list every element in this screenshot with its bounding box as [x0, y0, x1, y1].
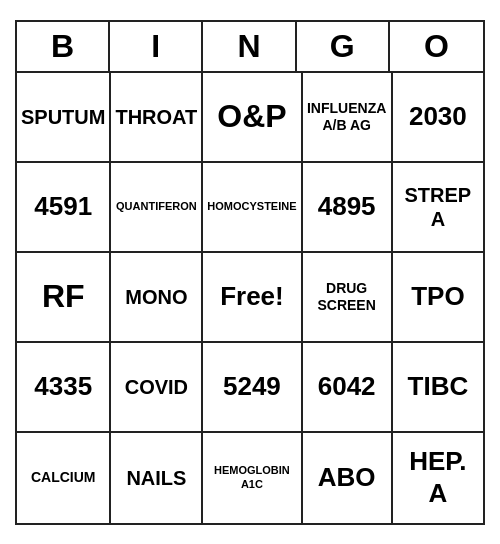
bingo-header-cell: N [203, 22, 296, 71]
bingo-header-cell: I [110, 22, 203, 71]
bingo-cell: DRUGSCREEN [303, 253, 393, 343]
cell-label: DRUGSCREEN [317, 280, 375, 314]
bingo-cell: TPO [393, 253, 483, 343]
cell-label: TIBC [408, 371, 469, 402]
cell-label: 5249 [223, 371, 281, 402]
bingo-cell: HEP.A [393, 433, 483, 523]
cell-label: 4335 [34, 371, 92, 402]
cell-label: NAILS [126, 466, 186, 490]
bingo-cell: 6042 [303, 343, 393, 433]
bingo-cell: NAILS [111, 433, 203, 523]
cell-label: HEMOGLOBINA1C [214, 464, 290, 490]
bingo-cell: STREPA [393, 163, 483, 253]
cell-label: 6042 [318, 371, 376, 402]
bingo-header: BINGO [17, 22, 483, 73]
bingo-cell: SPUTUM [17, 73, 111, 163]
bingo-cell: COVID [111, 343, 203, 433]
bingo-cell: Free! [203, 253, 302, 343]
cell-label: 2030 [409, 101, 467, 132]
cell-label: TPO [411, 281, 464, 312]
cell-label: MONO [125, 285, 187, 309]
bingo-cell: RF [17, 253, 111, 343]
bingo-header-cell: B [17, 22, 110, 71]
cell-label: SPUTUM [21, 105, 105, 129]
bingo-cell: TIBC [393, 343, 483, 433]
cell-label: THROAT [115, 105, 197, 129]
cell-label: O&P [217, 97, 286, 135]
bingo-cell: THROAT [111, 73, 203, 163]
cell-label: STREPA [405, 183, 472, 231]
bingo-cell: O&P [203, 73, 302, 163]
cell-label: HOMOCYSTEINE [207, 200, 296, 213]
cell-label: ABO [318, 462, 376, 493]
cell-label: 4895 [318, 191, 376, 222]
bingo-header-cell: O [390, 22, 483, 71]
cell-label: RF [42, 277, 85, 315]
bingo-cell: CALCIUM [17, 433, 111, 523]
bingo-cell: 4335 [17, 343, 111, 433]
bingo-cell: MONO [111, 253, 203, 343]
bingo-cell: 4591 [17, 163, 111, 253]
cell-label: COVID [125, 375, 188, 399]
cell-label: Free! [220, 281, 284, 312]
bingo-cell: 5249 [203, 343, 302, 433]
bingo-cell: 2030 [393, 73, 483, 163]
bingo-board: BINGO SPUTUMTHROATO&PINFLUENZAA/B AG2030… [15, 20, 485, 525]
bingo-cell: HEMOGLOBINA1C [203, 433, 302, 523]
cell-label: CALCIUM [31, 469, 96, 486]
cell-label: 4591 [34, 191, 92, 222]
cell-label: HEP.A [409, 446, 466, 508]
cell-label: INFLUENZAA/B AG [307, 100, 386, 134]
bingo-cell: QUANTIFERON [111, 163, 203, 253]
bingo-grid: SPUTUMTHROATO&PINFLUENZAA/B AG20304591QU… [17, 73, 483, 523]
bingo-cell: INFLUENZAA/B AG [303, 73, 393, 163]
bingo-cell: ABO [303, 433, 393, 523]
bingo-header-cell: G [297, 22, 390, 71]
cell-label: QUANTIFERON [116, 200, 197, 213]
bingo-cell: HOMOCYSTEINE [203, 163, 302, 253]
bingo-cell: 4895 [303, 163, 393, 253]
